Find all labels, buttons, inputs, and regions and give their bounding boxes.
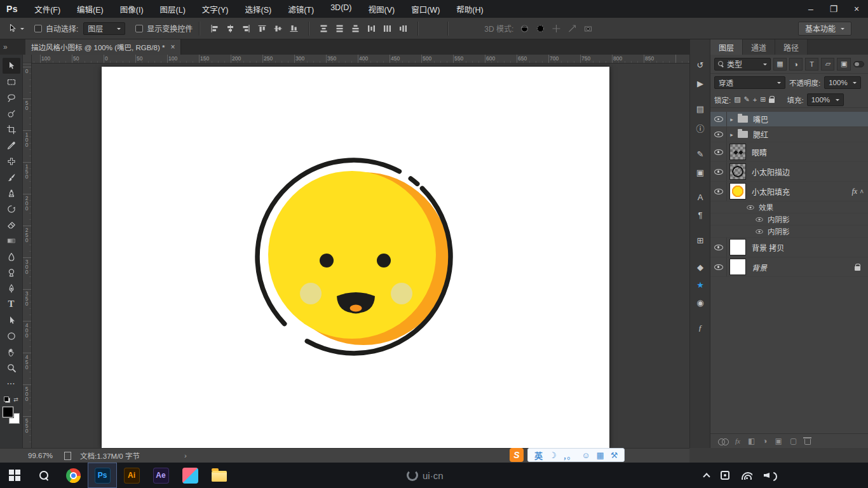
tools-panel-collapse-icon[interactable]: » — [3, 43, 6, 51]
new-group-icon[interactable]: ▣ — [775, 437, 782, 445]
vertical-ruler[interactable]: 0 50 100 150 200 250 300 350 400 450 500… — [23, 64, 32, 448]
layer-name[interactable]: 小太阳描边 — [752, 166, 790, 177]
eye-icon[interactable] — [747, 205, 754, 209]
menu-3d[interactable]: 3D(D) — [330, 3, 351, 15]
layer-thumbnail[interactable] — [729, 183, 746, 200]
align-horizontal-centers-icon[interactable] — [226, 24, 235, 33]
layer-row-blush-group[interactable]: ▸ 腮红 — [710, 127, 868, 142]
align-vertical-centers-icon[interactable] — [273, 24, 283, 33]
visibility-toggle[interactable] — [710, 127, 727, 142]
menu-file[interactable]: 文件(F) — [34, 3, 60, 15]
lock-pixels-icon[interactable]: ✎ — [744, 95, 750, 104]
eye-icon[interactable] — [756, 229, 763, 233]
eraser-tool[interactable] — [3, 217, 20, 233]
layer-thumbnail[interactable] — [729, 259, 746, 275]
lock-artboard-icon[interactable]: ⊞ — [760, 95, 766, 104]
lasso-tool[interactable] — [3, 90, 20, 105]
ime-keyboard-icon[interactable]: ▦ — [596, 451, 604, 460]
actions-panel-icon[interactable]: ▶ — [690, 76, 710, 91]
restore-button[interactable]: ❐ — [822, 0, 845, 18]
eyedropper-tool[interactable] — [3, 137, 20, 153]
effect-row-inner-shadow-2[interactable]: 内阴影 — [710, 226, 868, 238]
kuler-panel-icon[interactable]: ◉ — [690, 295, 710, 310]
horizontal-ruler[interactable]: 100 50 0 50 100 150 200 250 300 350 400 … — [32, 55, 689, 64]
lock-transparency-icon[interactable]: ▨ — [734, 95, 740, 104]
dodge-tool[interactable] — [3, 264, 20, 280]
visibility-toggle[interactable] — [710, 112, 727, 126]
filter-adjustment-layers-icon[interactable]: ◑ — [789, 58, 803, 71]
history-panel-icon[interactable]: ↺ — [690, 57, 710, 72]
ime-toolbox-icon[interactable]: ⚒ — [611, 451, 618, 460]
effects-header-row[interactable]: 效果 — [710, 201, 868, 214]
gradient-tool[interactable] — [3, 233, 20, 248]
filter-pixel-layers-icon[interactable]: ▦ — [773, 58, 787, 71]
auto-select-target-dropdown[interactable]: 图层 — [83, 22, 125, 35]
effect-row-inner-shadow-1[interactable]: 内阴影 — [710, 214, 868, 226]
tool-preset-caret-icon[interactable] — [20, 28, 24, 32]
distribute-right-edges-icon[interactable] — [398, 24, 408, 33]
glyphs-panel-icon[interactable]: ⊞ — [690, 233, 710, 248]
distribute-horizontal-centers-icon[interactable] — [383, 24, 392, 33]
layer-name[interactable]: 背景 拷贝 — [752, 242, 784, 253]
sogou-logo-icon[interactable]: S — [510, 448, 524, 462]
minimize-button[interactable]: – — [799, 0, 822, 18]
zoom-tool[interactable] — [3, 360, 20, 376]
close-button[interactable]: × — [845, 0, 868, 18]
start-button[interactable] — [0, 463, 29, 488]
align-top-edges-icon[interactable] — [257, 24, 267, 33]
ime-language-toggle[interactable]: 英 — [534, 449, 543, 461]
status-options-chevron-icon[interactable]: › — [184, 452, 187, 459]
lock-all-icon[interactable] — [769, 98, 775, 103]
distribute-bottom-edges-icon[interactable] — [351, 24, 360, 33]
visibility-toggle[interactable] — [710, 142, 727, 161]
align-bottom-edges-icon[interactable] — [289, 24, 299, 33]
auto-select-checkbox[interactable] — [34, 25, 42, 32]
add-layer-style-icon[interactable]: fx — [735, 437, 740, 445]
layer-thumbnail[interactable] — [729, 163, 746, 180]
menu-layer[interactable]: 图层(L) — [160, 3, 186, 15]
filter-smart-object-icon[interactable]: ▣ — [837, 58, 850, 71]
new-adjustment-layer-icon[interactable]: ◑ — [763, 437, 767, 445]
type-tool[interactable]: T — [3, 296, 20, 312]
eye-icon[interactable] — [756, 217, 763, 221]
paragraph-panel-icon[interactable]: ¶ — [690, 207, 710, 222]
layer-thumbnail[interactable] — [729, 144, 746, 160]
pen-tool[interactable] — [3, 280, 20, 296]
layer-name[interactable]: 嘴巴 — [753, 114, 768, 125]
menu-help[interactable]: 帮助(H) — [456, 3, 483, 15]
blur-tool[interactable] — [3, 248, 20, 264]
styles-panel-icon[interactable]: ƒ — [690, 320, 710, 336]
healing-brush-tool[interactable] — [3, 153, 20, 169]
volume-icon[interactable] — [764, 471, 775, 480]
delete-layer-icon[interactable] — [804, 439, 811, 445]
menu-filter[interactable]: 滤镜(T) — [288, 3, 314, 15]
layer-row-background-copy[interactable]: 背景 拷贝 — [710, 238, 868, 257]
quick-selection-tool[interactable] — [3, 105, 20, 121]
filter-shape-layers-icon[interactable]: ▱ — [821, 58, 834, 71]
distribute-left-edges-icon[interactable] — [367, 24, 376, 33]
fill-dropdown[interactable]: 100% — [807, 93, 844, 106]
expand-arrow-icon[interactable]: ▸ — [727, 132, 736, 138]
brush-tool[interactable] — [3, 169, 20, 185]
opacity-dropdown[interactable]: 100% — [824, 76, 861, 89]
document-tab[interactable]: 描边风格小图标 @ 100% (嘴巴, RGB/8) * × — [25, 39, 181, 55]
swap-colors-icon[interactable]: ⇄ — [13, 396, 18, 403]
visibility-toggle[interactable] — [710, 182, 727, 201]
layer-name[interactable]: 腮红 — [753, 129, 768, 140]
distribute-vertical-centers-icon[interactable] — [335, 24, 344, 33]
expand-arrow-icon[interactable]: ▸ — [727, 116, 736, 123]
tab-paths[interactable]: 路径 — [775, 39, 808, 55]
document-canvas[interactable] — [102, 67, 609, 448]
tray-app-icon[interactable] — [721, 471, 729, 480]
move-tool[interactable] — [3, 58, 20, 74]
layer-row-eyes[interactable]: 眼睛 — [710, 142, 868, 162]
menu-image[interactable]: 图像(I) — [120, 3, 144, 15]
visibility-toggle[interactable] — [710, 162, 727, 181]
new-layer-icon[interactable]: ▢ — [790, 437, 797, 445]
filter-type-layers-icon[interactable]: T — [805, 58, 818, 71]
zoom-level[interactable]: 99.67% — [28, 452, 53, 459]
auto-align-layers-icon[interactable] — [428, 24, 438, 33]
menu-type[interactable]: 文字(Y) — [202, 3, 229, 15]
canvas-pasteboard[interactable] — [32, 64, 689, 448]
layer-thumbnail[interactable] — [729, 239, 746, 255]
